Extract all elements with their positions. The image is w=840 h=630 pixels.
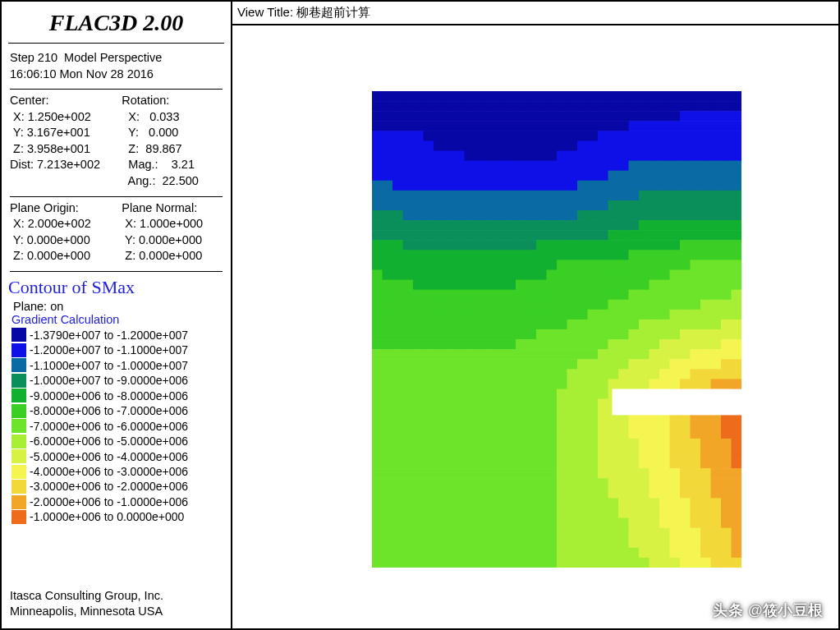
svg-rect-380 bbox=[577, 191, 588, 201]
svg-rect-108 bbox=[372, 121, 383, 131]
svg-rect-1120 bbox=[413, 399, 424, 410]
svg-rect-1205 bbox=[547, 419, 558, 430]
svg-rect-57 bbox=[588, 101, 599, 112]
svg-rect-977 bbox=[424, 359, 434, 370]
svg-rect-1603 bbox=[567, 528, 578, 539]
svg-rect-1174 bbox=[598, 409, 608, 420]
svg-rect-1662 bbox=[434, 548, 444, 559]
svg-rect-775 bbox=[567, 300, 578, 310]
svg-rect-1380 bbox=[495, 468, 506, 479]
svg-rect-862 bbox=[721, 320, 732, 330]
svg-rect-627 bbox=[526, 260, 537, 270]
svg-rect-1231 bbox=[444, 429, 455, 439]
svg-rect-1365 bbox=[711, 458, 722, 469]
svg-rect-182 bbox=[392, 140, 403, 151]
svg-rect-618 bbox=[434, 260, 444, 270]
svg-rect-730 bbox=[475, 290, 485, 301]
svg-rect-480 bbox=[495, 220, 506, 231]
svg-rect-1116 bbox=[372, 399, 383, 410]
svg-rect-75 bbox=[403, 111, 414, 122]
svg-rect-635 bbox=[608, 260, 619, 270]
svg-rect-1571 bbox=[608, 518, 619, 529]
svg-rect-1609 bbox=[629, 528, 640, 539]
svg-rect-39 bbox=[403, 101, 414, 112]
svg-rect-460 bbox=[659, 210, 670, 221]
svg-rect-251 bbox=[732, 151, 742, 162]
svg-rect-40 bbox=[413, 101, 424, 112]
svg-rect-1025 bbox=[547, 369, 558, 379]
svg-rect-671 bbox=[608, 270, 619, 281]
svg-rect-406 bbox=[475, 200, 485, 211]
svg-rect-1022 bbox=[516, 369, 526, 379]
svg-rect-1572 bbox=[618, 518, 629, 529]
svg-rect-778 bbox=[598, 300, 608, 310]
svg-rect-193 bbox=[506, 140, 516, 151]
svg-rect-670 bbox=[598, 270, 608, 281]
svg-rect-968 bbox=[700, 349, 711, 360]
svg-rect-988 bbox=[536, 359, 547, 370]
svg-rect-1099 bbox=[567, 389, 578, 400]
svg-rect-1224 bbox=[372, 429, 383, 439]
svg-rect-1556 bbox=[454, 518, 465, 529]
svg-rect-1085 bbox=[424, 389, 434, 400]
center-x: X: 1.250e+002 bbox=[10, 109, 122, 126]
svg-rect-921 bbox=[588, 339, 599, 350]
svg-rect-1514 bbox=[392, 508, 403, 519]
svg-rect-366 bbox=[434, 191, 444, 201]
svg-rect-1238 bbox=[516, 429, 526, 439]
svg-rect-457 bbox=[629, 210, 640, 221]
svg-rect-346 bbox=[598, 181, 608, 191]
svg-rect-259 bbox=[444, 161, 455, 172]
svg-rect-752 bbox=[700, 290, 711, 301]
svg-rect-1215 bbox=[650, 419, 660, 430]
svg-rect-508 bbox=[413, 230, 424, 241]
svg-rect-605 bbox=[670, 250, 681, 260]
svg-rect-568 bbox=[659, 240, 670, 251]
legend-swatch bbox=[11, 495, 26, 509]
svg-rect-165 bbox=[588, 131, 599, 141]
plot-canvas[interactable]: 头条 @筱小豆根 bbox=[232, 25, 838, 628]
svg-rect-4 bbox=[413, 91, 424, 102]
svg-rect-41 bbox=[424, 101, 434, 112]
svg-rect-757 bbox=[383, 300, 393, 310]
svg-rect-1540 bbox=[659, 508, 670, 519]
svg-rect-338 bbox=[516, 181, 526, 191]
svg-rect-1160 bbox=[454, 409, 465, 420]
svg-rect-1593 bbox=[465, 528, 475, 539]
svg-rect-571 bbox=[691, 240, 701, 251]
svg-rect-82 bbox=[475, 111, 485, 122]
svg-rect-1350 bbox=[557, 458, 567, 469]
svg-rect-1718 bbox=[639, 558, 650, 568]
svg-rect-751 bbox=[691, 290, 701, 301]
svg-rect-1297 bbox=[383, 448, 393, 459]
svg-rect-770 bbox=[516, 300, 526, 310]
svg-rect-1089 bbox=[465, 389, 475, 400]
svg-rect-1478 bbox=[392, 498, 403, 508]
svg-rect-604 bbox=[659, 250, 670, 260]
svg-rect-283 bbox=[691, 161, 701, 172]
legend-label: -6.0000e+006 to -5.0000e+006 bbox=[30, 434, 188, 448]
plane-origin-label: Plane Origin: bbox=[10, 200, 122, 217]
svg-rect-994 bbox=[598, 359, 608, 370]
svg-rect-423 bbox=[650, 200, 660, 211]
svg-rect-76 bbox=[413, 111, 424, 122]
svg-rect-361 bbox=[383, 191, 393, 201]
svg-rect-30 bbox=[680, 91, 691, 102]
svg-rect-636 bbox=[618, 260, 629, 270]
svg-rect-698 bbox=[516, 280, 526, 291]
svg-rect-1119 bbox=[403, 399, 414, 410]
svg-rect-477 bbox=[465, 220, 475, 231]
legend-row: -1.1000e+007 to -1.0000e+007 bbox=[11, 358, 223, 373]
svg-rect-186 bbox=[434, 140, 444, 151]
svg-rect-973 bbox=[383, 359, 393, 370]
svg-rect-1655 bbox=[732, 538, 742, 549]
svg-rect-1475 bbox=[732, 488, 742, 499]
svg-rect-321 bbox=[711, 171, 722, 182]
svg-rect-933 bbox=[711, 339, 722, 350]
svg-rect-540 bbox=[372, 240, 383, 251]
svg-rect-881 bbox=[547, 329, 558, 340]
svg-rect-1253 bbox=[670, 429, 681, 439]
svg-rect-1543 bbox=[691, 508, 701, 519]
svg-rect-1501 bbox=[629, 498, 640, 508]
svg-rect-1399 bbox=[691, 468, 701, 479]
